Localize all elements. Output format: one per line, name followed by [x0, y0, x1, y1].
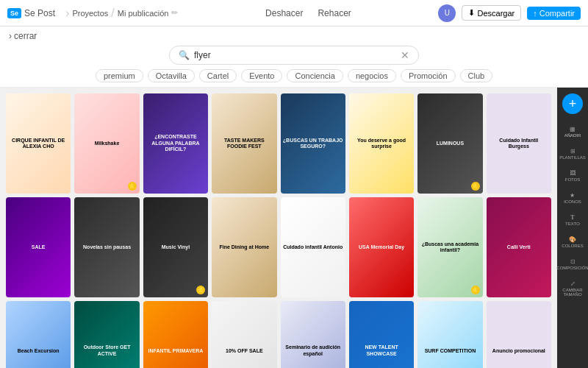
- sidebar-label-plantillas: PLANTILLAS: [559, 155, 586, 160]
- card-label: NEW TALENT SHOWCASE: [349, 301, 414, 368]
- card-label: LUMINOUS: [417, 93, 482, 194]
- breadcrumb-proyectos[interactable]: Proyectos: [72, 9, 108, 18]
- sidebar-item-tamaño[interactable]: ⤢ CAMBIAR TAMAÑO: [557, 276, 588, 301]
- card-label: SALE: [6, 197, 71, 297]
- premium-badge: ⭐: [471, 286, 480, 294]
- sidebar-item-colores[interactable]: 🎨 COLORES: [557, 232, 587, 252]
- card-label: Music Vinyl: [143, 197, 208, 297]
- template-card[interactable]: Cuidado Infantil Burgess: [487, 93, 551, 194]
- sidebar-item-fotos[interactable]: 🖼 FOTOS: [561, 166, 585, 186]
- add-element-button[interactable]: +: [562, 93, 583, 114]
- card-label: Novelas sin pausas: [74, 197, 139, 297]
- template-card[interactable]: Seminario de audición español: [281, 301, 345, 368]
- close-label: cerrar: [14, 31, 37, 41]
- template-card[interactable]: SURF COMPETITION⭐: [417, 301, 482, 368]
- share-button[interactable]: ↑ Compartir: [527, 7, 581, 20]
- search-input-row: 🔍 ✕: [9, 46, 579, 65]
- sidebar-item-composicion[interactable]: ⊡ COMPOSICIÓN: [552, 254, 588, 275]
- tag-promocion[interactable]: Promoción: [401, 69, 456, 82]
- card-label: Outdoor Store GET ACTIVE: [74, 301, 139, 368]
- grid-icon: ▦: [570, 126, 576, 132]
- breadcrumb-publicacion[interactable]: Mi publicación: [118, 9, 169, 18]
- template-card[interactable]: TASTE MAKERS FOODIE FEST: [212, 93, 276, 194]
- template-card[interactable]: USA Memorial Day: [349, 197, 414, 297]
- logo-icon: Se: [7, 8, 21, 18]
- templates-icon: ⊞: [570, 148, 576, 155]
- sidebar-item-plantillas[interactable]: ⊞ PLANTILLAS: [555, 144, 588, 164]
- composition-icon: ⊡: [570, 258, 576, 265]
- tag-octavilla[interactable]: Octavilla: [148, 69, 195, 82]
- share-label: Compartir: [539, 9, 575, 18]
- sidebar-label-fotos: FOTOS: [565, 177, 581, 182]
- card-label: SURF COMPETITION: [417, 301, 482, 368]
- template-card[interactable]: Beach Excursion: [6, 301, 71, 368]
- premium-badge: ⭐: [128, 182, 137, 191]
- tag-conciencia[interactable]: Conciencia: [287, 69, 343, 82]
- template-card[interactable]: Outdoor Store GET ACTIVE: [74, 301, 139, 368]
- sidebar-label-iconos: ICONOS: [564, 199, 581, 204]
- breadcrumb-sep2: /: [111, 7, 114, 20]
- template-card[interactable]: Novelas sin pausas: [74, 197, 139, 297]
- sidebar-label-tamaño: CAMBIAR TAMAÑO: [562, 288, 584, 297]
- template-card[interactable]: You deserve a good surprise: [349, 93, 414, 194]
- card-label: Fine Dining at Home: [212, 197, 276, 297]
- nav-right: U ⬇ Descargar ↑ Compartir: [438, 4, 581, 22]
- card-label: TASTE MAKERS FOODIE FEST: [212, 93, 276, 194]
- nav-rehacer[interactable]: Rehacer: [318, 8, 351, 18]
- sidebar-label-colores: COLORES: [562, 244, 583, 248]
- template-card[interactable]: ¿Buscas una academia infantil?⭐: [417, 197, 482, 297]
- template-card[interactable]: NEW TALENT SHOWCASE: [349, 301, 414, 368]
- sidebar-label-añadir: AÑADIR: [564, 133, 581, 138]
- template-card[interactable]: CIRQUE INFANTIL DE ALEXIA CHO: [6, 93, 71, 194]
- user-avatar[interactable]: U: [438, 4, 456, 22]
- tag-cartel[interactable]: Cartel: [199, 69, 237, 82]
- tag-row: premium Octavilla Cartel Evento Concienc…: [9, 69, 579, 82]
- search-area: › cerrar 🔍 ✕ premium Octavilla Cartel Ev…: [0, 26, 588, 88]
- search-input[interactable]: [194, 50, 396, 60]
- card-label: Beach Excursion: [6, 301, 71, 368]
- sidebar-label-composicion: COMPOSICIÓN: [556, 266, 588, 270]
- search-input-wrap: 🔍 ✕: [169, 46, 419, 65]
- card-label: Cuidado Infantil Burgess: [487, 93, 551, 194]
- clear-button[interactable]: ✕: [401, 49, 409, 61]
- card-label: Seminario de audición español: [281, 301, 345, 368]
- template-card[interactable]: SALE: [6, 197, 71, 297]
- sidebar-item-texto[interactable]: T TEXTO: [561, 210, 584, 230]
- logo-text: Se Post: [24, 8, 55, 18]
- template-card[interactable]: Calli Verti: [487, 197, 551, 297]
- card-label: CIRQUE INFANTIL DE ALEXIA CHO: [6, 93, 71, 194]
- sidebar-item-añadir[interactable]: ▦ AÑADIR: [560, 121, 586, 142]
- template-card[interactable]: INFANTIL PRIMAVERA: [143, 301, 208, 368]
- template-card[interactable]: LUMINOUS⭐: [417, 93, 482, 194]
- card-label: Calli Verti: [487, 197, 551, 297]
- template-card[interactable]: Music Vinyl⭐: [143, 197, 208, 297]
- template-card[interactable]: Milkshake⭐: [74, 93, 139, 194]
- nav-deshacer[interactable]: Deshacer: [265, 8, 303, 18]
- template-card[interactable]: ¿BUSCAS UN TRABAJO SEGURO?: [281, 93, 345, 194]
- sidebar-item-iconos[interactable]: ★ ICONOS: [559, 188, 586, 208]
- card-label: ¿BUSCAS UN TRABAJO SEGURO?: [281, 93, 345, 194]
- download-button[interactable]: ⬇ Descargar: [462, 5, 521, 21]
- close-button[interactable]: › cerrar: [9, 31, 37, 41]
- template-card[interactable]: 10% OFF SALE: [212, 301, 276, 368]
- tag-premium[interactable]: premium: [96, 69, 143, 82]
- template-card[interactable]: ¿ENCONTRASTE ALGUNA PALABRA DIFÍCIL?: [143, 93, 208, 194]
- sidebar-label-texto: TEXTO: [565, 222, 580, 226]
- template-grid: CIRQUE INFANTIL DE ALEXIA CHOMilkshake⭐¿…: [6, 93, 551, 368]
- tag-negocios[interactable]: negocios: [348, 69, 396, 82]
- template-grid-area[interactable]: CIRQUE INFANTIL DE ALEXIA CHOMilkshake⭐¿…: [0, 88, 557, 368]
- card-label: ¿ENCONTRASTE ALGUNA PALABRA DIFÍCIL?: [143, 93, 208, 194]
- card-label: 10% OFF SALE: [212, 301, 276, 368]
- template-card[interactable]: Fine Dining at Home: [212, 197, 276, 297]
- template-card[interactable]: Anuncio promocional: [487, 301, 551, 368]
- tag-club[interactable]: Club: [460, 69, 493, 82]
- nav-center: Deshacer Rehacer: [178, 8, 438, 18]
- card-label: ¿Buscas una academia infantil?: [417, 197, 482, 297]
- text-icon: T: [570, 214, 574, 221]
- template-card[interactable]: Cuidado infantil Antonio: [281, 197, 345, 297]
- edit-icon[interactable]: ✏: [171, 8, 178, 18]
- photos-icon: 🖼: [570, 170, 576, 177]
- premium-badge: ⭐: [471, 182, 480, 191]
- search-close-row: › cerrar: [9, 31, 579, 41]
- tag-evento[interactable]: Evento: [241, 69, 282, 82]
